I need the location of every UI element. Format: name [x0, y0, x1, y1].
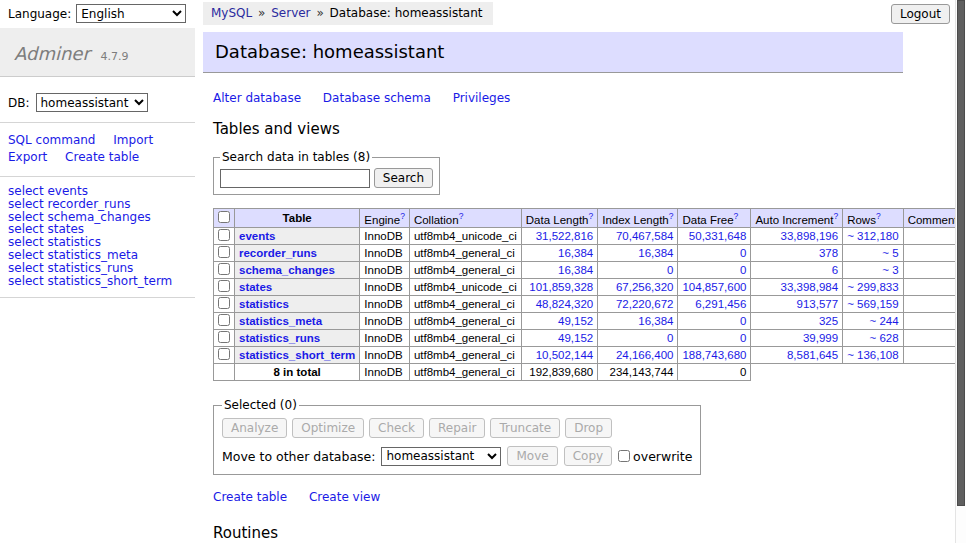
- data-free-link[interactable]: 0: [740, 332, 746, 344]
- help-icon[interactable]: ?: [833, 211, 838, 221]
- index-length-link[interactable]: 0: [667, 264, 673, 276]
- overwrite-option[interactable]: overwrite: [618, 449, 692, 464]
- analyze-button[interactable]: Analyze: [222, 418, 287, 438]
- row-checkbox[interactable]: [218, 280, 230, 292]
- auto-increment-link[interactable]: 325: [819, 315, 838, 327]
- auto-increment-cell: 325: [751, 313, 843, 330]
- rows-link[interactable]: ~ 312,180: [847, 230, 898, 242]
- alter-database-link[interactable]: Alter database: [213, 91, 301, 105]
- breadcrumb-server-type-link[interactable]: MySQL: [211, 6, 252, 20]
- data-free-link[interactable]: 0: [740, 247, 746, 259]
- auto-increment-link[interactable]: 8,581,645: [787, 349, 838, 361]
- data-free-link[interactable]: 6,291,456: [695, 298, 746, 310]
- table-name-link[interactable]: statistics_meta: [239, 315, 322, 327]
- breadcrumb-server-link[interactable]: Server: [271, 6, 310, 20]
- row-checkbox[interactable]: [218, 246, 230, 258]
- scrollbar-thumb[interactable]: [957, 0, 965, 506]
- row-checkbox[interactable]: [218, 263, 230, 275]
- create-table-link[interactable]: Create table: [213, 490, 287, 504]
- help-icon[interactable]: ?: [400, 211, 405, 221]
- rows-link[interactable]: ~ 5: [882, 247, 898, 259]
- column-header-engine: Engine?: [360, 209, 410, 228]
- language-select[interactable]: English: [76, 4, 186, 23]
- help-icon[interactable]: ?: [459, 211, 464, 221]
- data-length-link[interactable]: 10,502,144: [536, 349, 594, 361]
- table-name-link[interactable]: statistics_short_term: [239, 349, 355, 361]
- row-checkbox[interactable]: [218, 297, 230, 309]
- auto-increment-link[interactable]: 6: [832, 264, 838, 276]
- data-length-cell: 48,824,320: [521, 296, 597, 313]
- row-checkbox[interactable]: [218, 229, 230, 241]
- copy-button[interactable]: Copy: [564, 446, 612, 466]
- row-checkbox[interactable]: [218, 314, 230, 326]
- help-icon[interactable]: ?: [876, 211, 881, 221]
- table-name-link[interactable]: events: [239, 230, 275, 242]
- data-free-link[interactable]: 0: [740, 315, 746, 327]
- create-view-link[interactable]: Create view: [309, 490, 380, 504]
- auto-increment-link[interactable]: 378: [819, 247, 838, 259]
- row-checkbox[interactable]: [218, 331, 230, 343]
- index-length-link[interactable]: 72,220,672: [616, 298, 674, 310]
- index-length-link[interactable]: 0: [667, 332, 673, 344]
- rows-link[interactable]: ~ 299,833: [847, 281, 898, 293]
- table-name-link[interactable]: states: [239, 281, 272, 293]
- data-free-link[interactable]: 188,743,680: [682, 349, 746, 361]
- data-length-link[interactable]: 31,522,816: [536, 230, 594, 242]
- search-input[interactable]: [220, 169, 370, 188]
- sidebar-link-export[interactable]: Export: [8, 150, 47, 164]
- privileges-link[interactable]: Privileges: [453, 91, 511, 105]
- move-button[interactable]: Move: [507, 446, 557, 466]
- index-length-link[interactable]: 24,166,400: [616, 349, 674, 361]
- auto-increment-link[interactable]: 33,898,196: [781, 230, 839, 242]
- table-name-link[interactable]: statistics_runs: [239, 332, 320, 344]
- check-button[interactable]: Check: [369, 418, 424, 438]
- rows-link[interactable]: ~ 244: [870, 315, 899, 327]
- rows-link[interactable]: ~ 569,159: [847, 298, 898, 310]
- data-length-link[interactable]: 101,859,328: [529, 281, 593, 293]
- sidebar-link-sql-command[interactable]: SQL command: [8, 133, 95, 147]
- index-length-link[interactable]: 70,467,584: [616, 230, 674, 242]
- table-name-link[interactable]: schema_changes: [239, 264, 335, 276]
- sidebar-table-select-link[interactable]: select statistics_short_term: [8, 275, 187, 288]
- sidebar-table-select-link[interactable]: select events: [8, 185, 187, 198]
- sidebar-link-create-table[interactable]: Create table: [65, 150, 139, 164]
- index-length-link[interactable]: 16,384: [638, 247, 673, 259]
- auto-increment-link[interactable]: 33,398,984: [781, 281, 839, 293]
- table-name-link[interactable]: statistics: [239, 298, 289, 310]
- data-length-link[interactable]: 16,384: [558, 264, 593, 276]
- data-length-link[interactable]: 49,152: [558, 332, 593, 344]
- optimize-button[interactable]: Optimize: [292, 418, 364, 438]
- auto-increment-link[interactable]: 39,999: [803, 332, 838, 344]
- rows-link[interactable]: ~ 628: [870, 332, 899, 344]
- row-checkbox[interactable]: [218, 348, 230, 360]
- repair-button[interactable]: Repair: [429, 418, 485, 438]
- help-icon[interactable]: ?: [669, 211, 674, 221]
- db-select[interactable]: homeassistant: [36, 93, 148, 112]
- data-free-link[interactable]: 50,331,648: [689, 230, 747, 242]
- data-free-link[interactable]: 104,857,600: [682, 281, 746, 293]
- help-icon[interactable]: ?: [588, 211, 593, 221]
- rows-link[interactable]: ~ 3: [882, 264, 898, 276]
- select-all-checkbox[interactable]: [218, 211, 230, 223]
- auto-increment-link[interactable]: 913,577: [797, 298, 839, 310]
- data-free-link[interactable]: 0: [740, 264, 746, 276]
- index-length-link[interactable]: 67,256,320: [616, 281, 674, 293]
- vertical-scrollbar[interactable]: [955, 0, 966, 543]
- database-schema-link[interactable]: Database schema: [323, 91, 431, 105]
- move-database-select[interactable]: homeassistant: [381, 447, 501, 466]
- help-icon[interactable]: ?: [734, 211, 739, 221]
- rows-link[interactable]: ~ 136,108: [847, 349, 898, 361]
- truncate-button[interactable]: Truncate: [490, 418, 560, 438]
- sidebar-table-select-link[interactable]: select statistics_runs: [8, 262, 187, 275]
- data-length-link[interactable]: 49,152: [558, 315, 593, 327]
- data-length-link[interactable]: 48,824,320: [536, 298, 594, 310]
- index-length-link[interactable]: 16,384: [638, 315, 673, 327]
- drop-button[interactable]: Drop: [565, 418, 612, 438]
- overwrite-checkbox[interactable]: [618, 450, 630, 462]
- table-name-link[interactable]: recorder_runs: [239, 247, 317, 259]
- search-button[interactable]: Search: [374, 168, 433, 188]
- sidebar-table-select-link[interactable]: select recorder_runs: [8, 198, 187, 211]
- sidebar-link-import[interactable]: Import: [113, 133, 153, 147]
- sidebar-table-select-link[interactable]: select statistics_meta: [8, 249, 187, 262]
- data-length-link[interactable]: 16,384: [558, 247, 593, 259]
